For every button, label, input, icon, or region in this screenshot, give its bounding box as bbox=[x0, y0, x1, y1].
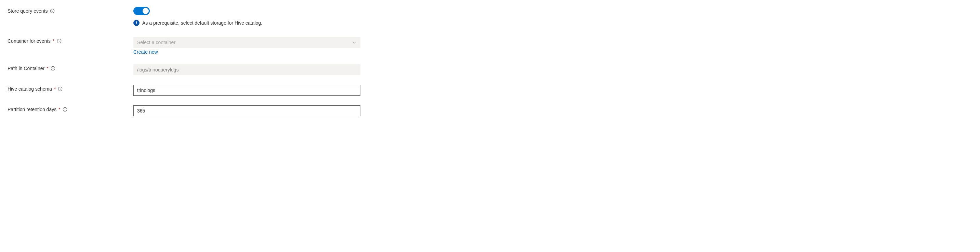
required-marker: * bbox=[54, 86, 56, 92]
svg-point-10 bbox=[60, 88, 60, 88]
info-icon[interactable] bbox=[50, 8, 55, 13]
store-query-events-label: Store query events bbox=[8, 8, 48, 14]
create-new-link[interactable]: Create new bbox=[134, 49, 158, 55]
store-query-events-toggle[interactable] bbox=[134, 7, 150, 15]
chevron-down-icon bbox=[352, 40, 356, 45]
prerequisite-msg: As a prerequisite, select default storag… bbox=[142, 20, 262, 26]
partition-retention-days-label: Partition retention days bbox=[8, 107, 56, 112]
svg-point-1 bbox=[52, 10, 52, 10]
partition-retention-days-input[interactable] bbox=[134, 105, 360, 116]
svg-point-13 bbox=[65, 108, 65, 109]
required-marker: * bbox=[59, 107, 60, 112]
hive-catalog-schema-input[interactable] bbox=[134, 85, 360, 96]
path-in-container-label: Path in Container bbox=[8, 65, 45, 71]
info-badge-icon: i bbox=[134, 20, 140, 26]
path-in-container-input[interactable] bbox=[134, 64, 360, 75]
container-select-placeholder: Select a container bbox=[137, 40, 175, 45]
info-icon[interactable] bbox=[57, 39, 62, 43]
info-icon[interactable] bbox=[51, 66, 56, 71]
required-marker: * bbox=[46, 65, 48, 71]
prerequisite-info-banner: i As a prerequisite, select default stor… bbox=[134, 20, 262, 26]
required-marker: * bbox=[52, 38, 54, 44]
container-select[interactable]: Select a container bbox=[134, 37, 360, 48]
toggle-knob bbox=[143, 8, 149, 14]
info-icon[interactable] bbox=[62, 107, 67, 112]
svg-point-7 bbox=[52, 67, 53, 68]
hive-catalog-schema-label: Hive catalog schema bbox=[8, 86, 52, 92]
info-icon[interactable] bbox=[58, 86, 62, 91]
container-for-events-label: Container for events bbox=[8, 38, 51, 44]
